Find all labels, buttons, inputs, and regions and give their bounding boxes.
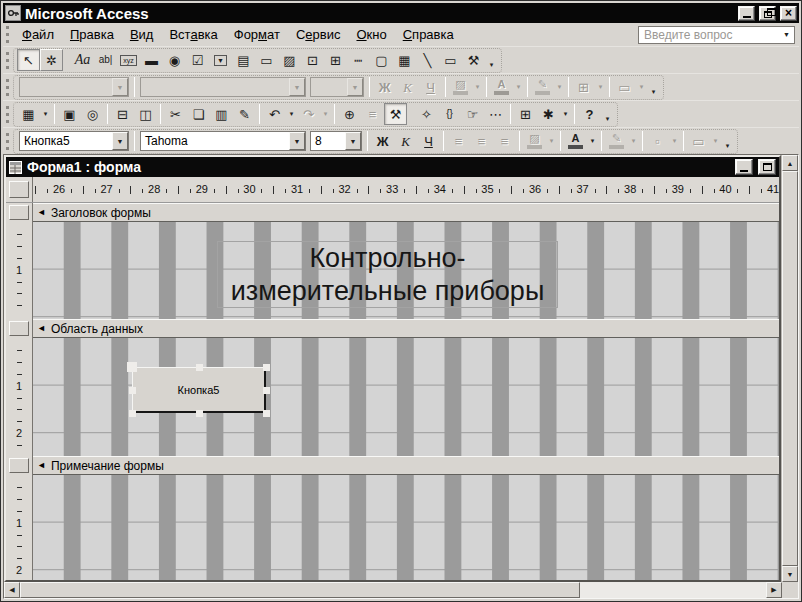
scroll-up-arrow[interactable]: ▲ [782, 155, 798, 171]
section-bar-form-header[interactable]: ◄ Заголовок формы [33, 203, 779, 222]
properties-button[interactable]: ☞ [461, 103, 484, 125]
selection-handle[interactable] [263, 410, 270, 417]
undo-dropdown-arrow[interactable]: ▾ [286, 103, 297, 125]
subform-subreport-button[interactable]: ▦ [393, 49, 416, 71]
form-minimize-button[interactable] [735, 159, 753, 175]
app-restore-button[interactable] [759, 6, 776, 21]
format-painter-button[interactable]: ✎ [233, 103, 256, 125]
form-header-grid[interactable]: Контрольно-измерительные приборы [33, 222, 779, 319]
header-title-label-control[interactable]: Контрольно-измерительные приборы [217, 241, 558, 308]
selection-handle[interactable] [196, 410, 203, 417]
toggle-button-button[interactable]: ▬ [140, 49, 163, 71]
horizontal-scroll-track[interactable] [580, 582, 766, 598]
toolbar-grip-handle[interactable] [6, 106, 9, 123]
app-close-button[interactable]: × [780, 6, 797, 21]
selection-handle[interactable] [196, 364, 203, 371]
menubar-grip-handle[interactable] [6, 26, 9, 43]
font-size-select-combo[interactable]: 8▼ [310, 131, 362, 151]
option-button-button[interactable]: ◉ [163, 49, 186, 71]
section-selector-box[interactable] [9, 458, 29, 473]
print-preview-button[interactable]: ◫ [134, 103, 157, 125]
section-selector-box[interactable] [9, 205, 29, 220]
autoformat-button[interactable]: ✧ [415, 103, 438, 125]
help-button[interactable]: ? [578, 103, 601, 125]
chevron-down-icon[interactable]: ▼ [289, 132, 305, 150]
text-box-button[interactable]: ab| [94, 49, 117, 71]
rectangle-button[interactable]: ▭ [439, 49, 462, 71]
scroll-left-arrow[interactable]: ◀ [4, 582, 20, 598]
command-button-button[interactable]: ▭ [255, 49, 278, 71]
chevron-down-icon[interactable]: ▼ [112, 132, 128, 150]
chevron-down-icon[interactable]: ▼ [345, 132, 361, 150]
toolbar-options-arrow[interactable]: ▾ [601, 103, 614, 125]
select-objects-button[interactable]: ↖ [17, 49, 40, 71]
menu-item-tools[interactable]: Сервис [288, 25, 349, 44]
toolbar-options-arrow[interactable]: ▾ [485, 49, 498, 71]
database-window-button[interactable]: ⊞ [514, 103, 537, 125]
horizontal-scrollbar[interactable]: ◀ ▶ [4, 582, 782, 598]
toolbar-grip-handle[interactable] [6, 79, 9, 96]
copy-button[interactable]: ❏ [187, 103, 210, 125]
view-dropdown-arrow[interactable]: ▾ [40, 103, 51, 125]
option-group-button[interactable]: xyz [117, 49, 140, 71]
menu-item-help[interactable]: Справка [395, 25, 462, 44]
view-button[interactable]: ▦ [17, 103, 40, 125]
menu-item-insert[interactable]: Вставка [161, 25, 225, 44]
selection-handle[interactable] [129, 410, 136, 417]
new-object-dropdown-arrow[interactable]: ▾ [560, 103, 571, 125]
vertical-scroll-thumb[interactable] [782, 171, 798, 566]
section-bar-detail[interactable]: ◄ Область данных [33, 319, 779, 338]
label-button[interactable]: Aa [71, 49, 94, 71]
horizontal-scroll-thumb[interactable] [20, 582, 580, 598]
scroll-down-arrow[interactable]: ▼ [782, 566, 798, 582]
font-color-dropdown-arrow[interactable]: ▾ [587, 130, 598, 152]
image-button[interactable]: ▨ [278, 49, 301, 71]
toolbar-options-arrow[interactable]: ▾ [647, 76, 660, 98]
print-button[interactable]: ⊟ [111, 103, 134, 125]
menu-item-view[interactable]: Вид [122, 25, 162, 44]
cut-button[interactable]: ✂ [164, 103, 187, 125]
build-button[interactable]: ⋯ [484, 103, 507, 125]
page-break-button[interactable]: ┉ [347, 49, 370, 71]
selection-handle[interactable] [127, 362, 137, 372]
section-selector-box[interactable] [9, 321, 29, 336]
unbound-object-frame-button[interactable]: ⊡ [301, 49, 324, 71]
form-maximize-button[interactable] [758, 159, 776, 175]
combo-box-button[interactable]: ▼ [209, 49, 232, 71]
tab-control-button[interactable]: ▢ [370, 49, 393, 71]
line-button[interactable]: ╲ [416, 49, 439, 71]
form-footer-grid[interactable] [33, 475, 779, 580]
app-minimize-button[interactable] [738, 6, 755, 21]
menu-item-window[interactable]: Окно [348, 25, 394, 44]
file-search-button[interactable]: ◎ [81, 103, 104, 125]
scroll-right-arrow[interactable]: ▶ [766, 582, 782, 598]
command-button-control[interactable]: Кнопка5 [132, 367, 266, 413]
toolbar-grip-handle[interactable] [6, 133, 9, 150]
paste-button[interactable]: ▥ [210, 103, 233, 125]
font-color-button[interactable]: А [564, 130, 587, 152]
selection-handle[interactable] [263, 387, 270, 394]
ask-a-question-combo[interactable]: Введите вопрос ▼ [638, 26, 795, 44]
menu-item-format[interactable]: Формат [226, 25, 288, 44]
italic-button[interactable]: К [394, 130, 417, 152]
toolbar-grip-handle[interactable] [6, 52, 9, 69]
underline-button[interactable]: Ч [417, 130, 440, 152]
object-select-combo[interactable]: Кнопка5▼ [19, 131, 129, 151]
code-button[interactable]: {} [438, 103, 461, 125]
menu-item-file[interactable]: Файл [14, 25, 62, 44]
check-box-button[interactable]: ☑ [186, 49, 209, 71]
bold-button[interactable]: Ж [371, 130, 394, 152]
selection-handle[interactable] [263, 364, 270, 371]
toolbox-button[interactable]: ⚒ [384, 103, 407, 125]
font-select-combo[interactable]: Tahoma▼ [140, 131, 306, 151]
selection-handle[interactable] [129, 387, 136, 394]
menu-item-edit[interactable]: Правка [62, 25, 122, 44]
detail-grid[interactable]: Кнопка5 [33, 338, 779, 456]
more-controls-button[interactable]: ⚒ [462, 49, 485, 71]
section-bar-form-footer[interactable]: ◄ Примечание формы [33, 456, 779, 475]
undo-button[interactable]: ↶ [263, 103, 286, 125]
control-wizards-button[interactable]: ✲ [40, 49, 63, 71]
form-selector-box[interactable] [9, 181, 29, 198]
new-object-button[interactable]: ✱ [537, 103, 560, 125]
bound-object-frame-button[interactable]: ⊞ [324, 49, 347, 71]
